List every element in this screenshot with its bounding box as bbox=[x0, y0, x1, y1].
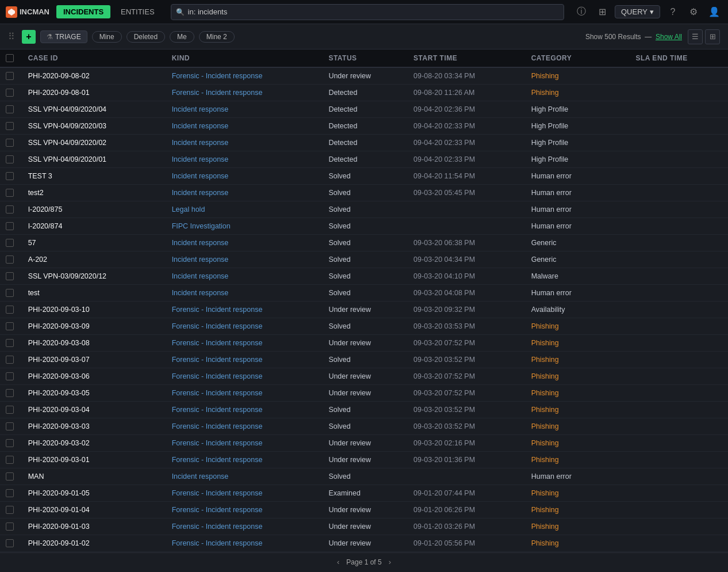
kind-value[interactable]: Forensic - Incident response bbox=[172, 306, 263, 314]
kind-value[interactable]: Forensic - Incident response bbox=[172, 523, 263, 531]
kind-value[interactable]: Incident response bbox=[172, 122, 229, 130]
case-id-value[interactable]: SSL VPN-04/09/2020/02 bbox=[28, 139, 106, 147]
row-checkbox[interactable] bbox=[6, 322, 14, 330]
header-checkbox-col[interactable] bbox=[0, 49, 22, 67]
add-button[interactable]: + bbox=[22, 30, 36, 44]
category-value[interactable]: Phishing bbox=[531, 422, 559, 430]
row-checkbox[interactable] bbox=[6, 256, 14, 264]
header-status[interactable]: STATUS bbox=[323, 49, 408, 67]
kind-value[interactable]: Forensic - Incident response bbox=[172, 422, 263, 430]
settings-icon[interactable]: ⚙ bbox=[685, 4, 702, 20]
row-checkbox[interactable] bbox=[6, 356, 14, 364]
category-value[interactable]: Generic bbox=[531, 239, 557, 247]
kind-value[interactable]: Forensic - Incident response bbox=[172, 339, 263, 347]
show-all-link[interactable]: Show All bbox=[656, 33, 682, 41]
category-value[interactable]: High Profile bbox=[531, 122, 569, 130]
case-id-value[interactable]: PHI-2020-09-03-07 bbox=[28, 356, 90, 364]
row-checkbox[interactable] bbox=[6, 439, 14, 447]
category-value[interactable]: Human error bbox=[531, 222, 572, 230]
case-id-value[interactable]: PHI-2020-09-03-06 bbox=[28, 372, 90, 380]
mine-filter[interactable]: Mine bbox=[92, 31, 122, 43]
kind-value[interactable]: Incident response bbox=[172, 172, 229, 180]
case-id-value[interactable]: PHI-2020-09-01-02 bbox=[28, 539, 90, 547]
row-checkbox[interactable] bbox=[6, 389, 14, 397]
category-value[interactable]: Phishing bbox=[531, 372, 559, 380]
case-id-value[interactable]: PHI-2020-09-01-04 bbox=[28, 506, 90, 514]
row-checkbox[interactable] bbox=[6, 72, 14, 80]
category-value[interactable]: Human error bbox=[531, 205, 572, 213]
case-id-value[interactable]: I-2020/874 bbox=[28, 222, 63, 230]
kind-value[interactable]: Incident response bbox=[172, 105, 229, 113]
kind-value[interactable]: FIPC Investigation bbox=[172, 222, 231, 230]
row-checkbox[interactable] bbox=[6, 422, 14, 430]
mine2-filter[interactable]: Mine 2 bbox=[199, 31, 235, 43]
row-checkbox[interactable] bbox=[6, 172, 14, 180]
row-checkbox[interactable] bbox=[6, 456, 14, 464]
me-filter[interactable]: Me bbox=[170, 31, 194, 43]
select-all-checkbox[interactable] bbox=[6, 54, 14, 62]
nav-tab-incidents[interactable]: INCIDENTS bbox=[56, 5, 110, 18]
category-value[interactable]: Availability bbox=[531, 306, 565, 314]
grid-icon[interactable]: ⊞ bbox=[594, 4, 610, 20]
row-checkbox[interactable] bbox=[6, 306, 14, 314]
case-id-value[interactable]: PHI-2020-09-08-02 bbox=[28, 72, 90, 80]
next-page-button[interactable]: › bbox=[385, 556, 394, 567]
category-value[interactable]: High Profile bbox=[531, 105, 569, 113]
row-checkbox[interactable] bbox=[6, 189, 14, 197]
case-id-value[interactable]: PHI-2020-09-03-05 bbox=[28, 389, 90, 397]
case-id-value[interactable]: I-2020/875 bbox=[28, 205, 63, 213]
header-case-id[interactable]: CASE ID bbox=[22, 49, 166, 67]
kind-value[interactable]: Forensic - Incident response bbox=[172, 372, 263, 380]
kind-value[interactable]: Forensic - Incident response bbox=[172, 89, 263, 97]
row-checkbox[interactable] bbox=[6, 539, 14, 547]
prev-page-button[interactable]: ‹ bbox=[334, 556, 343, 567]
row-checkbox[interactable] bbox=[6, 339, 14, 347]
nav-tab-entities[interactable]: ENTITIES bbox=[114, 5, 162, 18]
row-checkbox[interactable] bbox=[6, 239, 14, 247]
case-id-value[interactable]: PHI-2020-09-08-01 bbox=[28, 89, 90, 97]
row-checkbox[interactable] bbox=[6, 222, 14, 230]
case-id-value[interactable]: MAN bbox=[28, 472, 44, 481]
row-checkbox[interactable] bbox=[6, 489, 14, 497]
row-checkbox[interactable] bbox=[6, 89, 14, 97]
category-value[interactable]: High Profile bbox=[531, 155, 569, 163]
header-sla-end-time[interactable]: SLA END TIME bbox=[630, 49, 728, 67]
kind-value[interactable]: Incident response bbox=[172, 155, 229, 163]
category-value[interactable]: Phishing bbox=[531, 89, 559, 97]
kind-value[interactable]: Legal hold bbox=[172, 205, 205, 213]
category-value[interactable]: Human error bbox=[531, 172, 572, 180]
kind-value[interactable]: Forensic - Incident response bbox=[172, 439, 263, 447]
kind-value[interactable]: Forensic - Incident response bbox=[172, 489, 263, 497]
category-value[interactable]: Phishing bbox=[531, 539, 559, 547]
row-checkbox[interactable] bbox=[6, 122, 14, 130]
kind-value[interactable]: Forensic - Incident response bbox=[172, 389, 263, 397]
row-checkbox[interactable] bbox=[6, 523, 14, 531]
columns-view-button[interactable]: ⊞ bbox=[705, 29, 720, 44]
kind-value[interactable]: Forensic - Incident response bbox=[172, 322, 263, 330]
case-id-value[interactable]: SSL VPN-04/09/2020/03 bbox=[28, 122, 106, 130]
kind-value[interactable]: Forensic - Incident response bbox=[172, 506, 263, 514]
query-button[interactable]: QUERY ▾ bbox=[615, 5, 660, 18]
row-checkbox[interactable] bbox=[6, 272, 14, 280]
kind-value[interactable]: Forensic - Incident response bbox=[172, 72, 263, 80]
category-value[interactable]: Phishing bbox=[531, 389, 559, 397]
row-checkbox[interactable] bbox=[6, 506, 14, 514]
search-input[interactable] bbox=[188, 7, 559, 16]
row-checkbox[interactable] bbox=[6, 155, 14, 163]
category-value[interactable]: Phishing bbox=[531, 523, 559, 531]
list-view-button[interactable]: ☰ bbox=[688, 29, 703, 44]
kind-value[interactable]: Forensic - Incident response bbox=[172, 456, 263, 464]
kind-value[interactable]: Forensic - Incident response bbox=[172, 356, 263, 364]
category-value[interactable]: High Profile bbox=[531, 139, 569, 147]
row-checkbox[interactable] bbox=[6, 289, 14, 297]
row-checkbox[interactable] bbox=[6, 139, 14, 147]
case-id-value[interactable]: PHI-2020-09-01-03 bbox=[28, 523, 90, 531]
row-checkbox[interactable] bbox=[6, 372, 14, 380]
category-value[interactable]: Human error bbox=[531, 189, 572, 197]
case-id-value[interactable]: PHI-2020-09-03-01 bbox=[28, 456, 90, 464]
case-id-value[interactable]: test bbox=[28, 289, 40, 297]
category-value[interactable]: Generic bbox=[531, 256, 557, 264]
help-icon[interactable]: ? bbox=[665, 4, 681, 20]
category-value[interactable]: Phishing bbox=[531, 439, 559, 447]
header-category[interactable]: CATEGORY bbox=[526, 49, 630, 67]
